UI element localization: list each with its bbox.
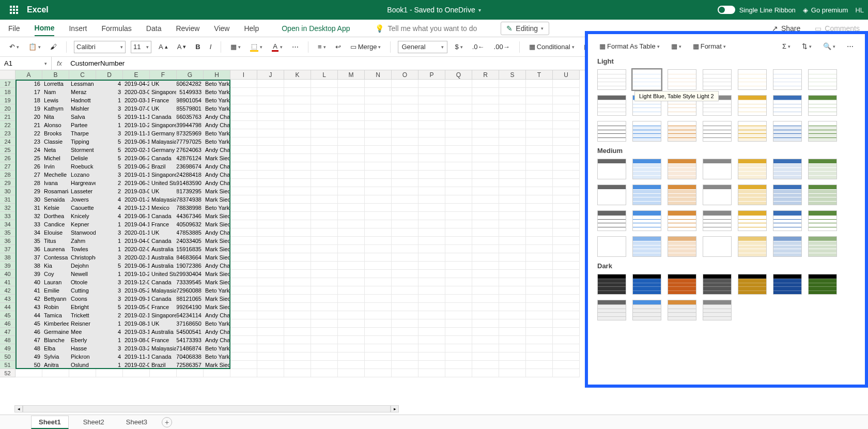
cell[interactable] [230,204,257,212]
cell[interactable] [257,88,284,96]
cell[interactable] [257,121,284,129]
cell[interactable] [257,303,284,311]
cell[interactable] [553,96,580,104]
cell[interactable]: Delisle [69,154,96,162]
cell[interactable] [257,369,284,377]
cell[interactable] [499,204,526,212]
cell[interactable] [445,154,472,162]
cell[interactable]: Nam [42,88,69,96]
cell[interactable]: 40509632 [177,220,204,228]
cell[interactable]: Coy [42,270,69,278]
cell[interactable] [311,121,338,129]
cell[interactable] [311,237,338,245]
row-header[interactable]: 45 [0,311,16,319]
cell[interactable] [230,344,257,353]
cell[interactable] [553,262,580,270]
cell[interactable]: Kathyrn [42,104,69,113]
cell[interactable] [553,80,580,88]
cell[interactable] [204,369,230,377]
cell[interactable] [365,121,392,129]
align-button[interactable]: ≡▾ [316,42,328,52]
cell[interactable]: Singapore [150,311,177,319]
cell[interactable]: Salva [69,113,96,121]
cell[interactable]: 72586357 [177,361,204,369]
table-style-swatch[interactable] [808,274,837,295]
cell[interactable] [419,195,445,204]
cell[interactable]: 3 [96,129,123,137]
table-style-swatch[interactable] [773,95,802,116]
cell[interactable] [499,237,526,245]
cell[interactable] [257,104,284,113]
row-header[interactable]: 32 [0,204,16,212]
cell[interactable] [472,162,499,171]
increase-font-button[interactable]: A▴ [157,42,170,52]
row-header[interactable]: 41 [0,278,16,286]
cell[interactable] [445,220,472,228]
cell[interactable] [338,88,365,96]
table-style-swatch[interactable] [738,236,767,257]
cell[interactable] [445,369,472,377]
cell[interactable] [338,104,365,113]
cell[interactable] [365,154,392,162]
cell[interactable] [553,162,580,171]
cell[interactable]: Nita [42,113,69,121]
cell[interactable] [419,154,445,162]
column-header[interactable]: E [123,70,150,80]
italic-button[interactable]: I [208,42,214,52]
cell[interactable]: Candice [42,220,69,228]
cell[interactable]: 2019-10-20 [123,121,150,129]
cell[interactable]: Irvin [42,162,69,171]
cell[interactable]: UK [150,319,177,328]
go-premium-button[interactable]: ◈ Go premium [803,6,848,14]
cell[interactable] [365,295,392,303]
cell[interactable] [499,311,526,319]
cell[interactable]: Germany [150,129,177,137]
cell[interactable] [445,361,472,369]
cell[interactable] [445,295,472,303]
cell[interactable]: 4 [96,195,123,204]
cell[interactable] [338,295,365,303]
cell[interactable] [257,353,284,361]
cell[interactable] [338,328,365,336]
cell[interactable] [284,154,311,162]
cell[interactable]: Mark Siedling [204,154,230,162]
cell[interactable] [311,187,338,195]
cell[interactable]: Malayasia [150,195,177,204]
cell[interactable] [257,286,284,295]
row-header[interactable]: 36 [0,237,16,245]
cell[interactable] [499,171,526,179]
cell[interactable]: 28 [16,179,42,187]
cell[interactable] [257,146,284,154]
cell[interactable] [338,96,365,104]
cell[interactable] [472,295,499,303]
cell[interactable]: Caouette [69,204,96,212]
cell[interactable] [419,286,445,295]
cell[interactable]: Otoole [69,278,96,286]
cell[interactable]: 2019-10-21 [123,270,150,278]
cell[interactable] [472,96,499,104]
column-header[interactable]: G [177,70,204,80]
cell[interactable] [284,361,311,369]
row-header[interactable]: 47 [0,328,16,336]
cell[interactable] [392,262,419,270]
cell[interactable] [553,137,580,146]
cell[interactable] [553,295,580,303]
cell[interactable] [257,137,284,146]
cell[interactable] [284,96,311,104]
cell[interactable] [499,104,526,113]
cell[interactable]: Newell [69,270,96,278]
cell[interactable] [392,80,419,88]
cell[interactable]: 5149933 [177,88,204,96]
row-header[interactable]: 31 [0,195,16,204]
cell[interactable] [419,121,445,129]
table-style-swatch[interactable] [632,236,661,257]
currency-button[interactable]: $▾ [453,42,464,52]
cell[interactable] [365,104,392,113]
cell[interactable]: 18 [16,96,42,104]
scroll-track[interactable] [23,405,391,412]
cell[interactable] [338,344,365,353]
cell[interactable]: 71486874 [177,344,204,353]
cell[interactable]: 2020-01-21 [123,195,150,204]
cell[interactable] [338,113,365,121]
cell[interactable]: 47853885 [177,228,204,237]
